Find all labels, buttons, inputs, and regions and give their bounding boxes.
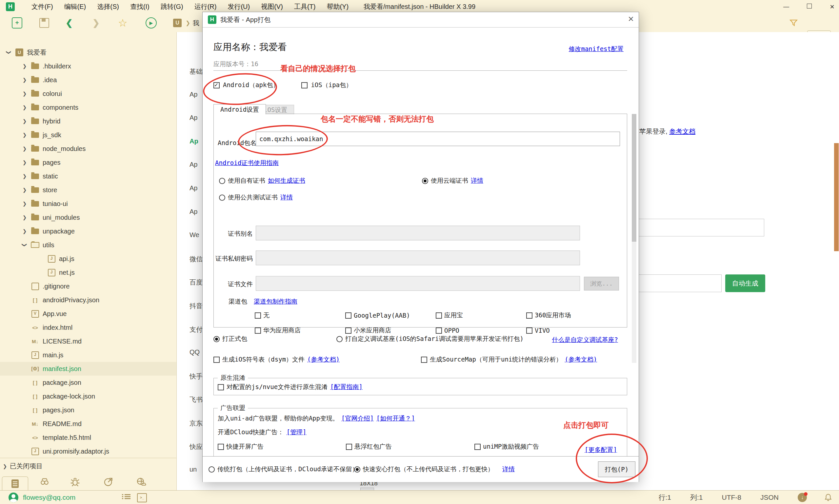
public-cert-detail-link[interactable]: 详情 (280, 193, 293, 202)
channel-checkbox-华为应用商店[interactable] (255, 327, 261, 334)
manifest-nav-item[interactable]: un (189, 466, 197, 473)
tree-item-net-js[interactable]: Jnet.js (0, 266, 176, 280)
close-window-button[interactable]: ✕ (827, 3, 837, 11)
tree-item-api-js[interactable]: Japi.js (0, 252, 176, 266)
fast-package-detail-link[interactable]: 详情 (502, 465, 515, 473)
menu-item[interactable]: 选择(S) (97, 2, 119, 11)
tree-item-unpackage[interactable]: ❯unpackage (0, 224, 176, 238)
filter-icon[interactable] (789, 18, 798, 27)
forward-icon[interactable]: ❯ (92, 18, 100, 28)
outline-icon[interactable] (122, 493, 131, 501)
manifest-nav-item[interactable]: Ap (189, 138, 198, 145)
ad-checkbox-2[interactable] (475, 444, 481, 450)
chevron-right-icon[interactable]: ❯ (20, 201, 30, 206)
fast-package-radio[interactable] (354, 466, 360, 472)
menu-item[interactable]: 文件(F) (32, 2, 53, 11)
back-icon[interactable]: ❮ (66, 18, 73, 28)
manifest-field-input[interactable] (638, 274, 722, 292)
encoding[interactable]: UTF-8 (722, 493, 741, 501)
chevron-right-icon[interactable]: ❯ (20, 91, 30, 96)
chevron-down-icon[interactable]: ❯ (6, 48, 12, 57)
tree-item-uni-promisify-adaptor-js[interactable]: Juni.promisify.adaptor.js (0, 445, 176, 458)
tab-search-icon[interactable] (39, 476, 50, 487)
tab-debug-icon[interactable] (70, 476, 80, 487)
ad-howto-link[interactable]: [如何开通？] (376, 414, 415, 423)
chevron-down-icon[interactable]: ❯ (22, 240, 28, 250)
tree-item-static[interactable]: ❯static (0, 169, 176, 183)
channel-checkbox-GooglePlay-AAB-[interactable] (345, 312, 352, 319)
tree-item-node-modules[interactable]: ❯node_modules (0, 142, 176, 156)
dialog-scrollbar[interactable] (632, 114, 636, 363)
manifest-nav-item[interactable]: Ap (189, 208, 198, 215)
chevron-right-icon[interactable]: ❯ (20, 228, 30, 234)
cert-password-input[interactable] (256, 251, 580, 265)
menu-item[interactable]: 发行(U) (227, 2, 250, 11)
browse-button[interactable]: 浏览... (584, 277, 619, 290)
dsym-checkbox[interactable] (213, 357, 220, 363)
manifest-nav-item[interactable]: 快应 (189, 443, 202, 451)
chevron-right-icon[interactable]: ❯ (20, 187, 30, 193)
menu-item[interactable]: 视图(V) (261, 2, 283, 11)
star-icon[interactable]: ☆ (118, 17, 127, 29)
chevron-right-icon[interactable]: ❯ (20, 105, 30, 110)
channel-checkbox-VIVO[interactable] (526, 327, 532, 334)
filetype[interactable]: JSON (760, 493, 779, 501)
ad-checkbox-1[interactable] (346, 444, 352, 450)
menu-item[interactable]: 帮助(Y) (327, 2, 348, 11)
cert-file-input[interactable] (256, 276, 580, 291)
menu-item[interactable]: 编辑(E) (64, 2, 86, 11)
new-file-icon[interactable]: + (12, 17, 22, 29)
tree-item--idea[interactable]: ❯.idea (0, 73, 176, 87)
auto-generate-button[interactable]: 自动生成 (725, 274, 765, 292)
chevron-right-icon[interactable]: ❯ (20, 173, 30, 179)
minimize-button[interactable]: — (781, 3, 791, 10)
channel-checkbox-小米应用商店[interactable] (345, 327, 352, 334)
menu-item[interactable]: 运行(R) (194, 2, 217, 11)
manifest-field-input[interactable] (638, 219, 764, 236)
tree-item-components[interactable]: ❯components (0, 101, 176, 114)
ad-official-link[interactable]: [官网介绍] (341, 414, 374, 423)
sourcemap-checkbox[interactable] (421, 357, 427, 363)
obfuscate-guide-link[interactable]: [配置指南] (330, 383, 363, 391)
manifest-nav-item[interactable]: Ap (189, 184, 198, 192)
cert-alias-input[interactable] (256, 226, 580, 240)
tab-export-icon[interactable] (103, 476, 114, 487)
tree-item-pages[interactable]: ❯pages (0, 156, 176, 169)
tree-item-uni-modules[interactable]: ❯uni_modules (0, 211, 176, 224)
modify-manifest-link[interactable]: 修改manifest配置 (568, 45, 623, 53)
cursor-line[interactable]: 行:1 (658, 493, 671, 502)
what-is-custom-base-link[interactable]: 什么是自定义调试基座? (552, 336, 618, 344)
ios-ipa-checkbox[interactable] (301, 82, 308, 88)
tree-item-colorui[interactable]: ❯colorui (0, 87, 176, 101)
channel-checkbox-无[interactable] (255, 312, 261, 319)
traditional-package-radio[interactable] (208, 466, 215, 472)
editor-scrollbar[interactable] (834, 143, 839, 251)
manifest-nav-item[interactable]: 京东 (189, 419, 202, 428)
channel-checkbox-360应用市场[interactable] (526, 312, 532, 319)
manifest-nav-item[interactable]: Ap (189, 91, 198, 98)
bell-icon[interactable] (824, 493, 833, 502)
tab-files-icon[interactable] (2, 476, 28, 490)
chevron-right-icon[interactable]: ❯ (20, 215, 30, 220)
run-icon[interactable]: ▶ (145, 17, 157, 29)
tree-item-package-json[interactable]: [ ]package.json (0, 376, 176, 390)
manifest-nav-item[interactable]: 快手 (189, 372, 202, 381)
tree-item-manifest-json[interactable]: [⚙]manifest.json (0, 362, 176, 376)
avatar[interactable] (8, 492, 18, 502)
tree-item-index-html[interactable]: <>index.html (0, 321, 176, 335)
manifest-nav-item[interactable]: 基础 (189, 67, 202, 76)
manifest-nav-item[interactable]: 百度 (189, 278, 202, 287)
close-icon[interactable]: ✕ (628, 15, 634, 23)
manifest-nav-item[interactable]: 支付 (189, 325, 202, 334)
chevron-right-icon[interactable]: ❯ (20, 146, 30, 151)
manifest-nav-item[interactable]: 抖音 (189, 302, 202, 310)
reference-doc-link[interactable]: 参考文档 (669, 128, 696, 135)
channel-checkbox-应用宝[interactable] (436, 312, 442, 319)
tab-web-icon[interactable] (136, 476, 147, 487)
manifest-nav-item[interactable]: 微信 (189, 255, 202, 264)
cloud-cert-radio[interactable] (422, 178, 428, 184)
tree-item-package-lock-json[interactable]: [ ]package-lock.json (0, 390, 176, 403)
tree-item-readme-md[interactable]: M↓README.md (0, 417, 176, 431)
public-test-cert-radio[interactable] (219, 195, 225, 201)
closed-projects-row[interactable]: ❯ 已关闭项目 (0, 458, 176, 474)
